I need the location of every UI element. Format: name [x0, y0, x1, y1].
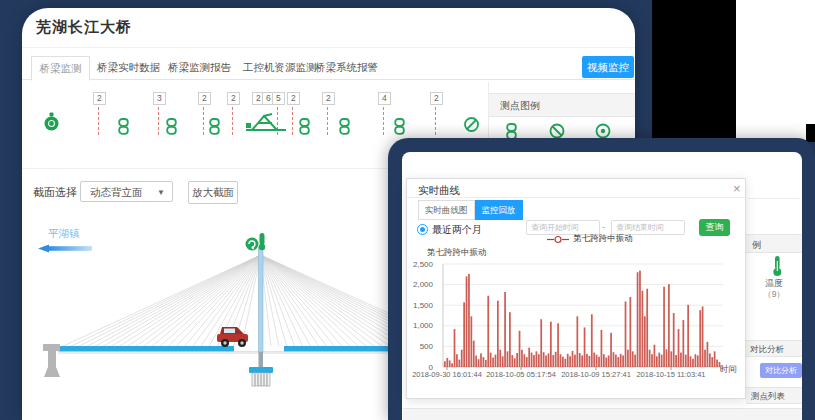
backdrop-white-area	[736, 0, 815, 140]
dialog-title: 实时曲线	[418, 184, 460, 198]
x-axis-tick-label: 2018-09-30 16:01:44	[412, 370, 482, 379]
dashed-line	[383, 107, 384, 135]
dashed-line	[435, 107, 436, 135]
timer-icon[interactable]	[43, 112, 60, 132]
chain-icon[interactable]	[208, 118, 221, 135]
side-legend-header: 例	[746, 234, 802, 253]
backdrop-black-sliver	[806, 124, 815, 142]
chain-icon[interactable]	[165, 118, 178, 135]
sensor-count-badge: 2	[430, 92, 443, 105]
page-title: 芜湖长江大桥	[36, 18, 132, 37]
x-axis-tick-label: 2018-10-15 11:03:41	[636, 370, 705, 379]
chain-icon[interactable]	[393, 118, 406, 135]
screen: 芜湖长江大桥 视频监控 测点图例 截面选择： 动态背立面 ▼ 放大截面 平湖镇	[0, 0, 815, 420]
dashed-line	[327, 107, 328, 135]
dashed-line	[232, 107, 233, 135]
y-axis-tick-label: 1,000	[395, 321, 433, 330]
bottom-section-band	[403, 408, 802, 420]
dialog-tab-2[interactable]: 监控回放	[475, 200, 523, 220]
tower-sensor-icons[interactable]	[246, 233, 266, 251]
sensor-count-badge: 2	[287, 92, 300, 105]
y-axis-tick-label: 500	[395, 342, 433, 351]
backdrop-black-area	[652, 0, 736, 140]
sensor-count-badge: 4	[378, 92, 391, 105]
tabbar-divider	[22, 79, 635, 80]
title-divider	[22, 47, 635, 48]
sensor-count-badge: 2	[322, 92, 335, 105]
section-select-value: 动态背立面	[90, 186, 143, 198]
chain-icon[interactable]	[117, 118, 130, 135]
sensor-count-badge: 2	[198, 92, 211, 105]
chart-legend: 第七跨跨中振动	[406, 233, 746, 245]
range-separator: -	[602, 222, 605, 232]
dialog-title-divider	[407, 197, 745, 198]
compare-analysis-button[interactable]: 对比分析	[760, 363, 802, 378]
tab-1[interactable]: 桥梁监测	[31, 56, 90, 81]
tab-2[interactable]: 桥梁实时数据	[97, 61, 160, 75]
x-axis-tick-label: 2018-10-09 15:27:41	[561, 370, 631, 379]
tab-4[interactable]: 工控机资源监测	[243, 61, 317, 75]
legend-series-name: 第七跨跨中振动	[573, 233, 633, 245]
abutment	[43, 344, 60, 377]
compare-section-header: 对比分析	[746, 340, 802, 357]
sensor-count-badge: 3	[153, 92, 166, 105]
enlarge-section-button[interactable]: 放大截面	[188, 181, 238, 204]
dialog-tab-1[interactable]: 实时曲线图	[418, 200, 475, 220]
tab-3[interactable]: 桥梁监测报告	[168, 61, 231, 75]
vibration-chart	[435, 258, 729, 376]
section-select[interactable]: 动态背立面 ▼	[80, 181, 173, 202]
sensor-count-badge: 5	[272, 92, 285, 105]
legend-marker-icon	[547, 235, 569, 244]
tab-5[interactable]: 桥梁系统报警	[315, 61, 378, 75]
dashed-line	[203, 107, 204, 135]
side-divider	[748, 198, 800, 199]
temperature-count: （9）	[748, 289, 800, 301]
truss-icon[interactable]	[243, 110, 289, 134]
legend-panel-header: 测点图例	[489, 93, 635, 117]
ban-icon[interactable]	[463, 116, 480, 133]
strip-divider	[22, 168, 388, 169]
dashed-line	[98, 107, 99, 135]
x-axis-name: 时间	[720, 364, 737, 376]
dashed-line	[292, 107, 293, 135]
y-axis-tick-label: 2,500	[395, 260, 433, 269]
sensor-count-badge: 2	[227, 92, 240, 105]
car	[217, 327, 248, 347]
thermometer-icon	[260, 233, 265, 245]
x-axis-tick-label: 2018-10-05 05:17:54	[486, 370, 556, 379]
chevron-down-icon: ▼	[157, 182, 165, 203]
video-monitor-button[interactable]: 视频监控	[582, 56, 634, 78]
dashed-line	[158, 107, 159, 135]
y-axis-tick-label: 1,500	[395, 301, 433, 310]
y-axis-tick-label: 2,000	[395, 280, 433, 289]
points-list-header: 测点列表	[746, 387, 802, 404]
chain-icon[interactable]	[298, 118, 311, 135]
thermometer-icon[interactable]	[770, 255, 785, 277]
chain-icon[interactable]	[338, 118, 351, 135]
sensor-count-badge: 2	[93, 92, 106, 105]
close-icon[interactable]: ×	[733, 181, 741, 196]
